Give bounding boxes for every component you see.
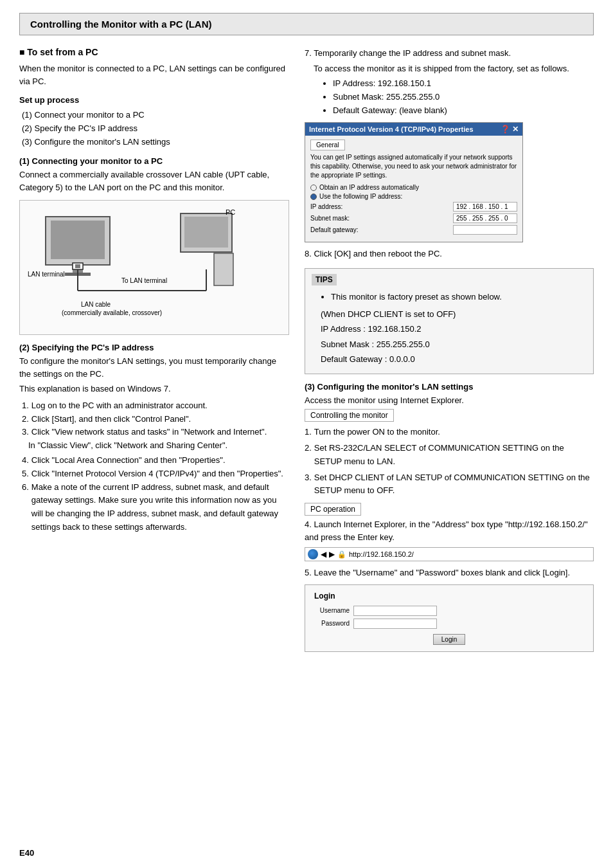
list-item: This monitor is factory preset as shown … — [331, 291, 587, 304]
list-item: (1) Connect your monitor to a PC — [19, 109, 289, 122]
connecting-title: (1) Connecting your monitor to a PC — [19, 156, 289, 166]
step-indent: In "Classic View", click "Network and Sh… — [19, 439, 289, 453]
list-item: 2.Set RS-232C/LAN SELECT of COMMUNICATIO… — [305, 442, 594, 469]
svg-rect-17 — [75, 264, 80, 268]
right-column: 7. Temporarily change the IP address and… — [305, 47, 594, 652]
step8-text: 8. Click [OK] and then reboot the PC. — [305, 248, 594, 260]
svg-text:(commercially available, cross: (commercially available, crossover) — [62, 309, 162, 316]
step7-items: IP Address: 192.168.150.1 Subnet Mask: 2… — [315, 77, 594, 117]
connecting-text: Connect a commercially available crossov… — [19, 168, 289, 194]
diagram-svg: LAN terminal To LAN terminal PC LAN cabl… — [26, 207, 264, 336]
login-title: Login — [314, 592, 584, 601]
svg-rect-9 — [184, 217, 228, 248]
lock-icon: 🔒 — [337, 550, 346, 559]
tips-list: This monitor is factory preset as shown … — [322, 291, 587, 304]
password-label: Password — [314, 620, 350, 627]
list-item: 3.Set DHCP CLIENT of LAN SETUP of COMMUN… — [305, 471, 594, 498]
subnet-mask-row: Subnet mask: 255 . 255 . 255 . 0 — [310, 213, 517, 223]
dialog-desc: You can get IP settings assigned automat… — [310, 153, 517, 180]
svg-rect-10 — [214, 253, 233, 285]
forward-btn[interactable]: ▶ — [329, 550, 335, 559]
pc-operation-label: PC operation — [305, 503, 361, 516]
list-item: 2.Click [Start], and then click "Control… — [19, 413, 289, 426]
svg-text:PC: PC — [226, 208, 235, 216]
ip-address-row: IP address: 192 . 168 . 150 . 1 — [310, 202, 517, 212]
step5-text: 5. Leave the "Username" and "Password" b… — [305, 566, 594, 579]
svg-text:LAN cable: LAN cable — [81, 301, 111, 308]
tips-detail-4: Default Gateway : 0.0.0.0 — [321, 353, 587, 366]
page-number: E40 — [19, 848, 34, 858]
step7-title: 7. Temporarily change the IP address and… — [305, 47, 594, 60]
specifying-text: To configure the monitor's LAN settings,… — [19, 355, 289, 380]
pc-op-step4: 4. Launch Internet Explorer, in the "Add… — [305, 518, 594, 543]
setup-title: Set up process — [19, 95, 289, 105]
ip-properties-dialog: Internet Protocol Version 4 (TCP/IPv4) P… — [305, 122, 523, 242]
gateway-row: Default gateway: — [310, 225, 517, 235]
intro-text: When the monitor is connected to a PC, L… — [19, 62, 289, 87]
subnet-mask-value: 255 . 255 . 255 . 0 — [453, 213, 517, 223]
list-item: Subnet Mask: 255.255.255.0 — [333, 91, 594, 104]
to-set-title: ■ To set from a PC — [19, 47, 289, 57]
browser-address-bar: ◀ ▶ 🔒 http://192.168.150.2/ — [305, 547, 594, 561]
page-header: Controlling the Monitor with a PC (LAN) — [19, 13, 594, 35]
dialog-title-bar: Internet Protocol Version 4 (TCP/IPv4) P… — [305, 123, 522, 136]
connection-diagram: LAN terminal To LAN terminal PC LAN cabl… — [19, 200, 289, 335]
tips-title: TIPS — [312, 274, 337, 285]
ip-address-value: 192 . 168 . 150 . 1 — [453, 202, 517, 212]
list-item: 1.Turn the power ON to the monitor. — [305, 426, 594, 439]
specifying-title: (2) Specifying the PC's IP address — [19, 343, 289, 352]
tips-section: TIPS This monitor is factory preset as s… — [305, 268, 594, 374]
list-item: 5.Click "Internet Protocol Version 4 (TC… — [19, 467, 289, 481]
list-item: 3.Click "View network status and tasks" … — [19, 426, 289, 439]
based-on: This explanation is based on Windows 7. — [19, 383, 289, 395]
controlling-label: Controlling the monitor — [305, 409, 394, 422]
list-item: (3) Configure the monitor's LAN settings — [19, 136, 289, 149]
page-title: Controlling the Monitor with a PC (LAN) — [30, 19, 583, 30]
setup-steps: (1) Connect your monitor to a PC (2) Spe… — [19, 109, 289, 149]
username-row: Username — [314, 606, 584, 616]
browser-icon — [308, 549, 318, 559]
left-column: ■ To set from a PC When the monitor is c… — [19, 47, 289, 652]
svg-text:LAN terminal: LAN terminal — [28, 271, 65, 278]
svg-rect-1 — [51, 221, 105, 259]
login-dialog: Login Username Password Login — [305, 584, 594, 652]
list-item: (2) Specify the PC's IP address — [19, 122, 289, 136]
list-item: Default Gateway: (leave blank) — [333, 104, 594, 118]
url-text: http://192.168.150.2/ — [349, 550, 414, 558]
back-btn[interactable]: ◀ — [321, 550, 326, 559]
controlling-steps: 1.Turn the power ON to the monitor. 2.Se… — [305, 426, 594, 498]
config-title: (3) Configuring the monitor's LAN settin… — [305, 382, 594, 392]
username-input[interactable] — [353, 606, 437, 616]
config-text: Access the monitor using Internet Explor… — [305, 394, 594, 407]
radio-manual-icon — [310, 194, 317, 200]
gateway-value — [453, 225, 517, 235]
password-row: Password — [314, 619, 584, 629]
radio-auto-icon — [310, 185, 317, 191]
login-button[interactable]: Login — [433, 634, 465, 645]
step7-text: To access the monitor as it is shipped f… — [305, 62, 594, 75]
username-label: Username — [314, 607, 350, 614]
list-item: 4.Click "Local Area Connection" and then… — [19, 454, 289, 467]
tips-detail-1: (When DHCP CLIENT is set to OFF) — [321, 308, 587, 321]
svg-text:To LAN terminal: To LAN terminal — [121, 277, 167, 284]
list-item: IP Address: 192.168.150.1 — [333, 77, 594, 91]
tips-detail-2: IP Address : 192.168.150.2 — [321, 323, 587, 336]
password-input[interactable] — [353, 619, 437, 629]
dialog-tab-general: General — [310, 140, 345, 150]
list-item: 1.Log on to the PC with an administrator… — [19, 399, 289, 413]
tips-detail-3: Subnet Mask : 255.255.255.0 — [321, 338, 587, 351]
pc-steps-list: 1.Log on to the PC with an administrator… — [19, 399, 289, 534]
tips-detail: (When DHCP CLIENT is set to OFF) IP Addr… — [312, 308, 587, 366]
radio-manual: Use the following IP address: — [310, 193, 517, 200]
list-item: 6.Make a note of the current IP address,… — [19, 481, 289, 534]
radio-auto: Obtain an IP address automatically — [310, 184, 517, 191]
